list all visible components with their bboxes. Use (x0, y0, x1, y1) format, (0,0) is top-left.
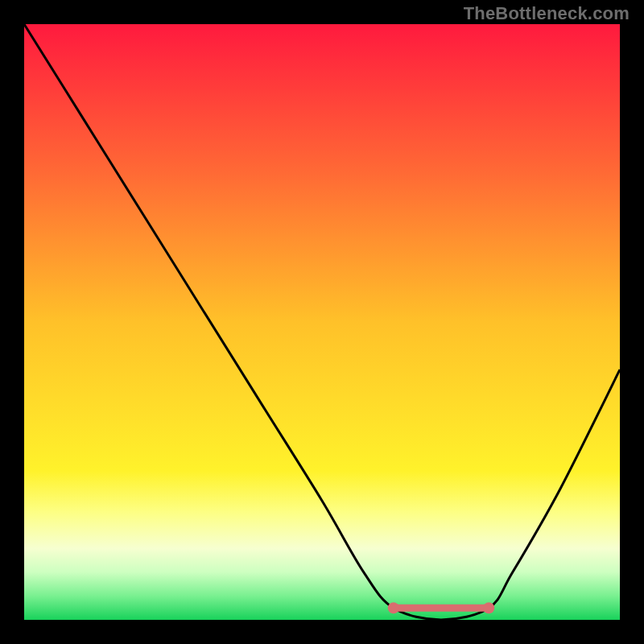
bottleneck-curve (24, 24, 620, 620)
bottleneck-curve-svg (24, 24, 620, 620)
optimal-range-dot-left (388, 602, 399, 613)
plot-area (24, 24, 620, 620)
optimal-range-dot-right (483, 602, 494, 613)
watermark-text: TheBottleneck.com (464, 3, 630, 24)
chart-frame: TheBottleneck.com (0, 0, 644, 644)
